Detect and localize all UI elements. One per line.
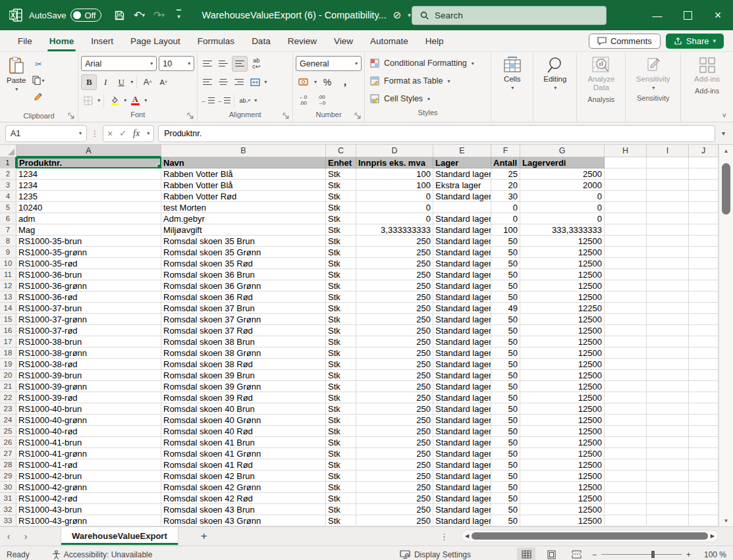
increase-decimal-button[interactable]: ←0.00 xyxy=(296,93,310,108)
row-header-28[interactable]: 28 xyxy=(0,459,16,471)
cell-G23[interactable]: 12500 xyxy=(520,403,605,415)
search-input[interactable]: Search xyxy=(412,6,607,25)
cell-E9[interactable]: Standard lager xyxy=(433,247,491,258)
middle-align-button[interactable] xyxy=(216,57,231,71)
cell-B24[interactable]: Romsdal skoen 40 Grønn xyxy=(161,415,326,426)
cell-A8[interactable]: RS1000-35-brun xyxy=(16,236,161,247)
cell-J27[interactable] xyxy=(689,448,719,459)
tab-data[interactable]: Data xyxy=(243,32,279,50)
cell-E22[interactable]: Standard lager xyxy=(433,392,491,403)
cell-E23[interactable]: Standard lager xyxy=(433,403,491,415)
cell-G25[interactable]: 12500 xyxy=(520,426,605,437)
column-header-H[interactable]: H xyxy=(605,145,647,157)
cell-I19[interactable] xyxy=(647,359,689,370)
page-layout-view-button[interactable] xyxy=(542,547,560,560)
cell-G21[interactable]: 12500 xyxy=(520,381,605,392)
cell-E6[interactable]: Standard lager xyxy=(433,213,491,224)
cell-B19[interactable]: Romsdal skoen 38 Rød xyxy=(161,359,326,370)
cell-C13[interactable]: Stk xyxy=(326,292,356,303)
undo-button[interactable]: ↶▾ xyxy=(130,7,148,24)
scroll-down-icon[interactable]: ▼ xyxy=(719,515,733,526)
cell-E1[interactable]: Lager xyxy=(433,157,491,168)
cell-C29[interactable]: Stk xyxy=(326,471,356,482)
cell-H26[interactable] xyxy=(605,437,647,448)
row-header-23[interactable]: 23 xyxy=(0,403,16,415)
wrap-text-button[interactable]: abc↩ xyxy=(249,57,263,71)
cell-D14[interactable]: 250 xyxy=(356,303,433,314)
cell-J13[interactable] xyxy=(689,292,719,303)
merge-dropdown-icon[interactable]: ▾ xyxy=(264,79,267,85)
orientation-button[interactable]: ab↗ xyxy=(238,93,252,108)
cell-J29[interactable] xyxy=(689,471,719,482)
cell-B18[interactable]: Romsdal skoen 38 Grønn xyxy=(161,347,326,359)
cell-J20[interactable] xyxy=(689,370,719,381)
alignment-dialog-launcher-icon[interactable] xyxy=(283,113,290,120)
cell-D10[interactable]: 250 xyxy=(356,258,433,269)
increase-font-size-button[interactable]: A˄ xyxy=(140,75,155,89)
tab-file[interactable]: File xyxy=(9,32,41,50)
cell-A16[interactable]: RS1000-37-rød xyxy=(16,325,161,336)
tabbar-splitter[interactable]: ⋮ xyxy=(440,532,448,542)
cell-C5[interactable]: Stk xyxy=(326,202,356,213)
cell-D12[interactable]: 250 xyxy=(356,280,433,292)
cell-H3[interactable] xyxy=(605,180,647,191)
number-format-select[interactable]: General▾ xyxy=(296,56,362,71)
cancel-icon[interactable]: × xyxy=(107,128,113,139)
tab-view[interactable]: View xyxy=(325,32,362,50)
cell-D13[interactable]: 250 xyxy=(356,292,433,303)
cell-H30[interactable] xyxy=(605,482,647,493)
cell-C28[interactable]: Stk xyxy=(326,459,356,471)
cell-I32[interactable] xyxy=(647,504,689,515)
cell-H21[interactable] xyxy=(605,381,647,392)
row-header-18[interactable]: 18 xyxy=(0,347,16,359)
cell-I8[interactable] xyxy=(647,236,689,247)
cell-J33[interactable] xyxy=(689,515,719,526)
cell-H6[interactable] xyxy=(605,213,647,224)
cell-H9[interactable] xyxy=(605,247,647,258)
cell-D17[interactable]: 250 xyxy=(356,336,433,347)
cell-A3[interactable]: 1234 xyxy=(16,180,161,191)
row-header-7[interactable]: 7 xyxy=(0,224,16,236)
cell-C21[interactable]: Stk xyxy=(326,381,356,392)
cell-H10[interactable] xyxy=(605,258,647,269)
column-header-B[interactable]: B xyxy=(161,145,326,157)
cell-A1[interactable]: Produktnr. xyxy=(16,157,161,168)
cell-E24[interactable]: Standard lager xyxy=(433,415,491,426)
cell-A2[interactable]: 1234 xyxy=(16,168,161,180)
cell-D22[interactable]: 250 xyxy=(356,392,433,403)
cell-C9[interactable]: Stk xyxy=(326,247,356,258)
cell-C2[interactable]: Stk xyxy=(326,168,356,180)
cell-F22[interactable]: 50 xyxy=(491,392,520,403)
cell-C19[interactable]: Stk xyxy=(326,359,356,370)
cell-A14[interactable]: RS1000-37-brun xyxy=(16,303,161,314)
cell-I3[interactable] xyxy=(647,180,689,191)
italic-button[interactable]: I xyxy=(98,75,113,89)
merge-center-button[interactable] xyxy=(248,75,262,89)
cell-D19[interactable]: 250 xyxy=(356,359,433,370)
column-header-C[interactable]: C xyxy=(326,145,356,157)
cell-I9[interactable] xyxy=(647,247,689,258)
cell-C3[interactable]: Stk xyxy=(326,180,356,191)
cell-I21[interactable] xyxy=(647,381,689,392)
cell-B15[interactable]: Romsdal skoen 37 Grønn xyxy=(161,314,326,325)
scroll-left-icon[interactable]: ◀ xyxy=(465,533,469,539)
title-chevron-icon[interactable]: ▾ xyxy=(408,12,411,18)
cell-J16[interactable] xyxy=(689,325,719,336)
cell-F24[interactable]: 50 xyxy=(491,415,520,426)
cell-B10[interactable]: Romsdal skoen 35 Rød xyxy=(161,258,326,269)
orientation-dropdown-icon[interactable]: ▾ xyxy=(254,97,257,103)
cell-I16[interactable] xyxy=(647,325,689,336)
autosave-toggle[interactable]: Off xyxy=(70,9,101,22)
cell-D21[interactable]: 250 xyxy=(356,381,433,392)
cell-A25[interactable]: RS1000-40-rød xyxy=(16,426,161,437)
cell-D16[interactable]: 250 xyxy=(356,325,433,336)
cell-H5[interactable] xyxy=(605,202,647,213)
cell-I17[interactable] xyxy=(647,336,689,347)
cell-A19[interactable]: RS1000-38-rød xyxy=(16,359,161,370)
cell-J30[interactable] xyxy=(689,482,719,493)
row-header-1[interactable]: 1 xyxy=(0,157,16,168)
cell-G9[interactable]: 12500 xyxy=(520,247,605,258)
redo-button[interactable]: ↷▾ xyxy=(150,7,167,24)
row-header-26[interactable]: 26 xyxy=(0,437,16,448)
cell-H14[interactable] xyxy=(605,303,647,314)
